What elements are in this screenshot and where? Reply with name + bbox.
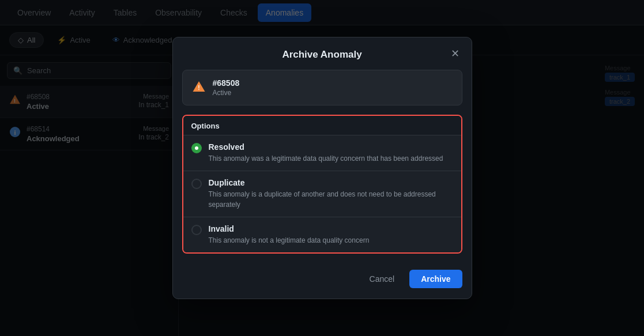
option-duplicate-title: Duplicate bbox=[209, 178, 453, 187]
option-invalid[interactable]: Invalid This anomaly is not a legitimate… bbox=[183, 217, 461, 252]
option-invalid-title: Invalid bbox=[209, 224, 453, 233]
radio-duplicate bbox=[191, 179, 202, 189]
modal-close-button[interactable]: ✕ bbox=[449, 47, 462, 61]
cancel-button[interactable]: Cancel bbox=[360, 270, 404, 288]
modal-anomaly-card: ! #68508 Active bbox=[182, 70, 462, 105]
options-label: Options bbox=[183, 116, 461, 135]
modal-header: Archive Anomaly ✕ bbox=[173, 37, 472, 70]
option-resolved-title: Resolved bbox=[209, 142, 453, 152]
option-duplicate[interactable]: Duplicate This anomaly is a duplicate of… bbox=[183, 171, 461, 217]
modal-anomaly-id: #68508 bbox=[213, 78, 240, 88]
archive-anomaly-modal: Archive Anomaly ✕ ! #68508 Active Option… bbox=[172, 37, 472, 299]
radio-resolved bbox=[191, 143, 202, 153]
option-invalid-text: Invalid This anomaly is not a legitimate… bbox=[209, 224, 453, 246]
modal-anomaly-status: Active bbox=[213, 89, 240, 97]
radio-invalid bbox=[191, 225, 202, 235]
options-section: Options Resolved This anomaly was a legi… bbox=[182, 115, 462, 254]
option-invalid-desc: This anomaly is not a legitimate data qu… bbox=[209, 235, 453, 246]
option-resolved-desc: This anomaly was a legitimate data quali… bbox=[209, 153, 453, 164]
option-duplicate-text: Duplicate This anomaly is a duplicate of… bbox=[209, 178, 453, 210]
modal-overlay: Archive Anomaly ✕ ! #68508 Active Option… bbox=[0, 0, 644, 336]
archive-button[interactable]: Archive bbox=[409, 270, 462, 288]
radio-inner-resolved bbox=[195, 146, 198, 150]
modal-title: Archive Anomaly bbox=[282, 49, 361, 61]
option-resolved[interactable]: Resolved This anomaly was a legitimate d… bbox=[183, 135, 461, 171]
modal-warning-icon: ! bbox=[192, 80, 206, 96]
option-duplicate-desc: This anomaly is a duplicate of another a… bbox=[209, 189, 453, 210]
modal-anomaly-info: #68508 Active bbox=[213, 78, 240, 97]
option-resolved-text: Resolved This anomaly was a legitimate d… bbox=[209, 142, 453, 164]
modal-footer: Cancel Archive bbox=[173, 263, 472, 299]
svg-text:!: ! bbox=[198, 85, 199, 91]
